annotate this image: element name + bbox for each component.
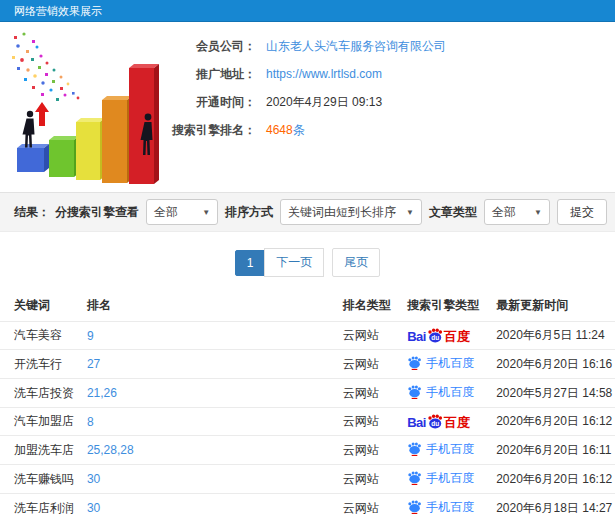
- updated-cell: 2020年6月20日 16:12: [492, 465, 615, 494]
- rank-link[interactable]: 9: [87, 329, 94, 343]
- company-label: 会员公司：: [168, 38, 256, 55]
- sort-filter-label: 排序方式: [225, 204, 273, 221]
- mobile-baidu-label: 手机百度: [426, 357, 474, 369]
- businessman-left: [23, 111, 35, 148]
- baidu-mobile-logo: 手机百度: [407, 499, 474, 514]
- rank-link[interactable]: 25,28,28: [87, 443, 134, 457]
- mobile-baidu-label: 手机百度: [426, 443, 474, 455]
- mobile-baidu-label: 手机百度: [426, 501, 474, 513]
- rank-type-cell: 云网站: [339, 379, 403, 408]
- keyword-cell: 加盟洗车店: [0, 436, 83, 465]
- baidu-pc-logo: Bai du 百度: [407, 414, 470, 429]
- rank-link[interactable]: 21,26: [87, 386, 117, 400]
- updated-cell: 2020年6月20日 16:12: [492, 408, 615, 436]
- bar-blue: [17, 144, 49, 172]
- info-row-rank-count: 搜索引擎排名： 4648条: [168, 122, 446, 138]
- company-link[interactable]: 山东老人头汽车服务咨询有限公司: [266, 38, 446, 55]
- baidu-mobile-logo: 手机百度: [407, 355, 474, 370]
- article-type-select[interactable]: 全部 ▼: [484, 199, 550, 225]
- updated-cell: 2020年6月18日 14:27: [492, 494, 615, 520]
- rank-link[interactable]: 30: [87, 501, 100, 515]
- bar-green: [49, 136, 79, 177]
- keyword-cell: 汽车加盟店: [0, 408, 83, 436]
- keyword-cell: 洗车赚钱吗: [0, 465, 83, 494]
- rank-type-cell: 云网站: [339, 408, 403, 436]
- rank-count-value: 4648条: [266, 122, 305, 139]
- chevron-down-icon: ▼: [406, 208, 414, 217]
- svg-text:du: du: [431, 420, 439, 427]
- mobile-baidu-label: 手机百度: [426, 386, 474, 398]
- rank-count-label: 搜索引擎排名：: [168, 122, 256, 139]
- mobile-baidu-paw-icon: [407, 384, 422, 399]
- svg-text:du: du: [431, 334, 439, 341]
- next-page-button[interactable]: 下一页: [264, 248, 324, 277]
- bar-orange: [102, 96, 132, 183]
- updated-cell: 2020年6月5日 11:24: [492, 322, 615, 350]
- rank-type-cell: 云网站: [339, 322, 403, 350]
- rank-type-cell: 云网站: [339, 350, 403, 379]
- pagination: 1 下一页 尾页: [0, 232, 615, 291]
- info-row-url: 推广地址： https://www.lrtlsd.com: [168, 66, 446, 82]
- rank-link[interactable]: 27: [87, 357, 100, 371]
- engine-filter-label: 分搜索引擎查看: [55, 204, 139, 221]
- rank-type-cell: 云网站: [339, 494, 403, 520]
- info-row-open-time: 开通时间： 2020年4月29日 09:13: [168, 94, 446, 110]
- keyword-cell: 开洗车行: [0, 350, 83, 379]
- header-keyword: 关键词: [0, 291, 83, 322]
- page-button-1[interactable]: 1: [235, 250, 266, 276]
- mobile-baidu-paw-icon: [407, 355, 422, 370]
- baidu-paw-icon: du: [427, 328, 443, 343]
- open-time-value: 2020年4月29日 09:13: [266, 94, 382, 111]
- table-row: 洗车赚钱吗 30 云网站 手机百度 2020年6月20日 16:12: [0, 465, 615, 494]
- keyword-cell: 汽车美容: [0, 322, 83, 350]
- marketing-chart-illustration: [4, 26, 174, 186]
- article-type-value: 全部: [492, 204, 516, 221]
- rank-count-number: 4648: [266, 123, 293, 137]
- baidu-logo-bai: Bai: [407, 330, 426, 343]
- bar-yellow: [76, 118, 105, 180]
- baidu-logo-cn: 百度: [444, 416, 470, 429]
- info-row-company: 会员公司： 山东老人头汽车服务咨询有限公司: [168, 38, 446, 54]
- table-row: 洗车店利润 30 云网站 手机百度 2020年6月18日 14:27: [0, 494, 615, 520]
- engine-filter-select[interactable]: 全部 ▼: [146, 199, 218, 225]
- filter-bar: 结果： 分搜索引擎查看 全部 ▼ 排序方式 关键词由短到长排序 ▼ 文章类型 全…: [0, 192, 615, 232]
- up-arrow: [35, 102, 49, 126]
- rank-type-cell: 云网站: [339, 436, 403, 465]
- bar-red: [129, 64, 159, 184]
- table-row: 汽车美容 9 云网站 Bai du 百度 2020年6月5日 11:24: [0, 322, 615, 350]
- member-info-list: 会员公司： 山东老人头汽车服务咨询有限公司 推广地址： https://www.…: [168, 38, 446, 150]
- chevron-down-icon: ▼: [534, 208, 542, 217]
- header-rank-type: 排名类型: [339, 291, 403, 322]
- engine-filter-value: 全部: [154, 204, 178, 221]
- baidu-logo-bai: Bai: [407, 416, 426, 429]
- last-page-button[interactable]: 尾页: [332, 248, 380, 277]
- article-type-label: 文章类型: [429, 204, 477, 221]
- table-row: 开洗车行 27 云网站 手机百度 2020年6月20日 16:16: [0, 350, 615, 379]
- mobile-baidu-paw-icon: [407, 499, 422, 514]
- open-time-label: 开通时间：: [168, 94, 256, 111]
- table-row: 汽车加盟店 8 云网站 Bai du 百度 2020年6月20日 16:12: [0, 408, 615, 436]
- table-row: 洗车店投资 21,26 云网站 手机百度 2020年5月27日 14:58: [0, 379, 615, 408]
- sort-filter-value: 关键词由短到长排序: [288, 204, 396, 221]
- baidu-paw-icon: du: [427, 414, 443, 429]
- page-title: 网络营销效果展示: [14, 5, 102, 17]
- baidu-mobile-logo: 手机百度: [407, 441, 474, 456]
- mobile-baidu-label: 手机百度: [426, 472, 474, 484]
- rank-count-unit: 条: [293, 123, 305, 137]
- rank-link[interactable]: 8: [87, 415, 94, 429]
- submit-button[interactable]: 提交: [557, 199, 607, 225]
- sort-filter-select[interactable]: 关键词由短到长排序 ▼: [280, 199, 422, 225]
- header-rank: 排名: [83, 291, 339, 322]
- filter-controls: 分搜索引擎查看 全部 ▼ 排序方式 关键词由短到长排序 ▼ 文章类型 全部 ▼ …: [55, 199, 607, 225]
- keyword-cell: 洗车店利润: [0, 494, 83, 520]
- keyword-ranking-table: 关键词 排名 排名类型 搜索引擎类型 最新更新时间 汽车美容 9 云网站 Bai…: [0, 291, 615, 520]
- baidu-mobile-logo: 手机百度: [407, 384, 474, 399]
- rank-link[interactable]: 30: [87, 472, 100, 486]
- updated-cell: 2020年6月20日 16:11: [492, 436, 615, 465]
- header-engine-type: 搜索引擎类型: [403, 291, 492, 322]
- updated-cell: 2020年6月20日 16:16: [492, 350, 615, 379]
- rank-type-cell: 云网站: [339, 465, 403, 494]
- promo-url-link[interactable]: https://www.lrtlsd.com: [266, 67, 382, 81]
- mobile-baidu-paw-icon: [407, 470, 422, 485]
- mobile-baidu-paw-icon: [407, 441, 422, 456]
